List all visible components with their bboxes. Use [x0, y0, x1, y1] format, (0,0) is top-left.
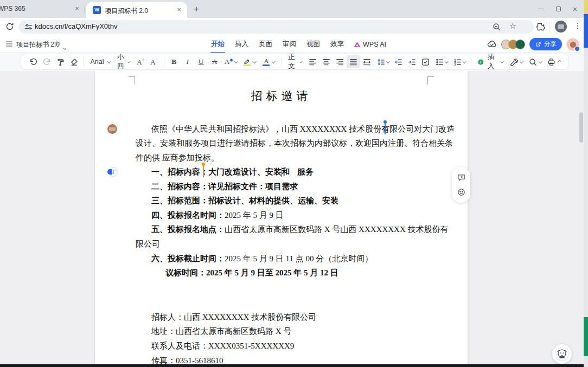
checklist-button[interactable]: [419, 55, 432, 68]
chevron-down-icon: [386, 60, 389, 63]
strikethrough-button[interactable]: A: [208, 55, 221, 68]
url-omnibox[interactable]: kdocs.cn/l/caQXmFyX0thv ☆: [18, 20, 534, 34]
bold-button[interactable]: B: [168, 55, 181, 68]
toolbar-divider: [84, 58, 84, 66]
redo-button[interactable]: [40, 55, 53, 68]
tab-wps365[interactable]: WPS 365 ×: [0, 0, 85, 18]
margin-crop-mark-left: [129, 76, 135, 85]
wps-header: 项目招标书 2.0 ☆ 开始 插入 页面 审阅 视图 效率 WPS AI: [0, 36, 584, 53]
paragraph-line: 件的供 应商参加投标。: [136, 152, 219, 164]
highlight-color-button[interactable]: [241, 55, 259, 68]
hamburger-menu-icon[interactable]: [5, 40, 14, 48]
margin-tools-pill: [452, 167, 470, 203]
toolbar-divider: [549, 23, 549, 31]
align-right-button[interactable]: [333, 55, 346, 68]
menu-insert[interactable]: 插入: [234, 38, 249, 50]
edge-segment: [584, 14, 588, 48]
cloud-saved-icon[interactable]: [487, 39, 497, 49]
align-justify-button[interactable]: [347, 55, 360, 68]
menu-view[interactable]: 视图: [306, 38, 321, 50]
document-page[interactable]: 招标邀请 依照《中华人民共和国招投标法》，山西 XXXXXXXX 技术股份有限公…: [95, 71, 468, 364]
vertical-scrollbar[interactable]: [579, 112, 583, 143]
bookmark-star-icon[interactable]: ☆: [509, 21, 516, 31]
collaborator-caret-blue: [385, 123, 386, 134]
bullet-list-button[interactable]: [432, 55, 450, 68]
tab-document-title: 项目招标书 2.0: [105, 7, 148, 16]
edge-segment: [584, 317, 588, 356]
account-badge-icon: [574, 46, 580, 51]
menu-review[interactable]: 审阅: [282, 38, 297, 50]
ribbon-menus: 开始 插入 页面 审阅 视图 效率 WPS AI: [210, 36, 386, 53]
url-text[interactable]: kdocs.cn/l/caQXmFyX0thv: [35, 22, 117, 30]
font-color-button[interactable]: A: [260, 55, 278, 68]
decrease-font-button[interactable]: A−: [148, 55, 161, 68]
menu-efficiency[interactable]: 效率: [330, 38, 344, 50]
title-chevron-down-icon[interactable]: [63, 42, 66, 51]
margin-cursor-badge[interactable]: T: [108, 167, 118, 177]
chevron-down-icon: [253, 60, 257, 63]
extensions-icon[interactable]: [536, 22, 546, 31]
window-controls: ×: [538, 0, 577, 18]
favorite-star-icon[interactable]: ☆: [54, 39, 60, 47]
print-button[interactable]: [545, 55, 558, 68]
footer-line-fax: 传真：0351-5618610: [151, 355, 223, 364]
tab-wps365-close-icon[interactable]: ×: [73, 4, 81, 13]
browser-menu-icon[interactable]: ⋮: [574, 21, 581, 30]
font-size-value: 小四: [117, 53, 125, 71]
window-maximize-icon[interactable]: [556, 7, 561, 11]
increase-font-button[interactable]: A+: [134, 55, 147, 68]
account-avatar[interactable]: [566, 38, 579, 51]
numbered-list-button[interactable]: [450, 55, 468, 68]
document-canvas[interactable]: 招标邀请 依照《中华人民共和国招投标法》，山西 XXXXXXXX 技术股份有限公…: [0, 71, 584, 364]
add-comment-icon[interactable]: [457, 173, 466, 182]
format-toolbar: Arial 小四 A+ A− B I U A A◆: [21, 54, 568, 70]
collapse-toolbar-icon[interactable]: [557, 60, 561, 63]
undo-button[interactable]: [27, 55, 40, 68]
menu-home[interactable]: 开始: [210, 38, 225, 50]
tab-document-close-icon[interactable]: ×: [175, 5, 183, 14]
toolbar-divider: [282, 58, 282, 66]
toolbar-divider: [164, 58, 164, 66]
avatar-glyph: [109, 127, 116, 131]
menu-page[interactable]: 页面: [258, 38, 273, 50]
browser-profile-avatar[interactable]: [555, 21, 567, 33]
browser-address-bar: kdocs.cn/l/caQXmFyX0thv ☆ ⋮: [0, 18, 584, 36]
font-family-select[interactable]: Arial: [87, 55, 114, 68]
clear-format-button[interactable]: [67, 55, 80, 68]
align-center-button[interactable]: [319, 55, 333, 68]
reload-icon[interactable]: [5, 22, 15, 31]
window-minimize-icon[interactable]: [538, 9, 544, 9]
wps-writer-favicon: W: [93, 6, 101, 14]
find-replace-button[interactable]: [526, 55, 544, 68]
margin-collaborator-avatar[interactable]: [107, 124, 117, 134]
tab-wps365-title: WPS 365: [0, 5, 25, 12]
assistant-mascot-button[interactable]: [552, 344, 572, 364]
decrease-indent-button[interactable]: [392, 55, 405, 68]
collaborator-avatar-3[interactable]: [515, 40, 525, 49]
underline-button[interactable]: U: [195, 55, 208, 68]
chevron-down-icon: [500, 60, 503, 63]
menu-wps-ai[interactable]: WPS AI: [354, 41, 386, 48]
tab-document[interactable]: W 项目招标书 2.0 ×: [86, 2, 187, 18]
emoji-reaction-icon[interactable]: [457, 188, 466, 197]
italic-button[interactable]: I: [181, 55, 194, 68]
window-close-icon[interactable]: ×: [573, 7, 577, 12]
increase-indent-button[interactable]: [405, 55, 418, 68]
site-settings-icon[interactable]: [24, 22, 33, 31]
distribute-text-button[interactable]: [360, 55, 373, 68]
share-button[interactable]: 分享: [529, 38, 562, 50]
chevron-down-icon: [107, 60, 111, 63]
new-tab-button[interactable]: +: [191, 4, 202, 15]
insert-button[interactable]: 插入: [475, 55, 506, 68]
zoom-out-icon[interactable]: [492, 22, 501, 31]
window-bottom-edge: [0, 364, 584, 367]
align-left-button[interactable]: [306, 55, 319, 68]
text-effects-button[interactable]: A◆: [222, 55, 240, 68]
format-painter-button[interactable]: [54, 55, 67, 68]
list-item-2: 二、招标内容：详见招标文件：项目需求: [151, 181, 298, 192]
tools-button[interactable]: [507, 55, 525, 68]
font-size-select[interactable]: 小四: [114, 55, 133, 68]
collaborator-avatars[interactable]: [501, 40, 525, 49]
line-spacing-button[interactable]: [374, 55, 391, 68]
paragraph-style-select[interactable]: 正文: [285, 55, 305, 68]
